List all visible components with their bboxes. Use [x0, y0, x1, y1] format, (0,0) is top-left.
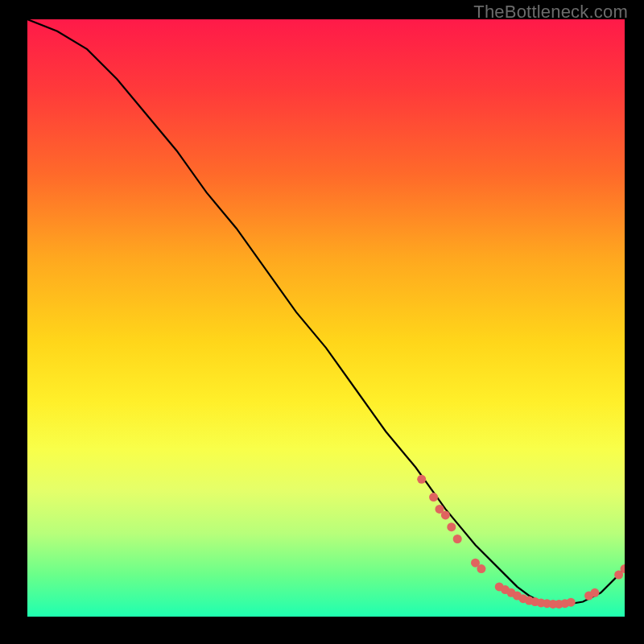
curve-markers — [417, 475, 625, 609]
curve-marker — [567, 598, 576, 607]
curve-marker — [417, 475, 426, 484]
curve-marker — [447, 522, 456, 531]
bottleneck-curve — [27, 19, 625, 605]
curve-marker — [441, 510, 450, 519]
chart-svg — [27, 19, 625, 617]
curve-marker — [590, 588, 599, 597]
chart-plot-area — [27, 19, 625, 617]
chart-frame: TheBottleneck.com — [0, 0, 644, 644]
curve-marker — [477, 564, 485, 573]
curve-marker — [453, 535, 462, 543]
curve-marker — [429, 493, 438, 502]
